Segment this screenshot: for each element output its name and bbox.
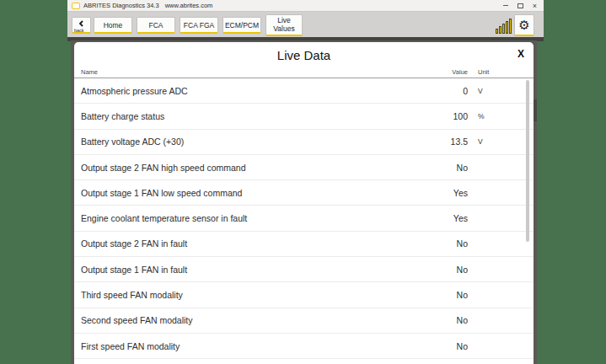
row-name: Third speed FAN modality	[74, 290, 416, 300]
close-icon[interactable]: ×	[533, 3, 537, 9]
panel-scrollbar-thumb[interactable]	[526, 80, 529, 242]
row-name: Output stage 1 FAN low speed command	[74, 188, 416, 198]
row-value: 0	[416, 86, 468, 96]
chevron-left-icon	[78, 20, 84, 29]
row-name: Output stage 2 FAN in fault	[74, 238, 416, 249]
row-name: Output stage 2 FAN high speed command	[74, 163, 416, 173]
back-button-label: back	[74, 29, 84, 32]
app-logo-icon	[72, 3, 80, 9]
table-header: Name Value Unit	[74, 66, 534, 78]
toolbar-button-live-values[interactable]: Live Values	[265, 14, 303, 36]
settings-button[interactable]: ⚙	[514, 14, 534, 36]
row-value: Yes	[416, 188, 468, 198]
window-title-url: www.abrites.com	[165, 2, 213, 9]
row-name: Battery charge status	[74, 111, 416, 121]
table-row: Third speed FAN modality No	[74, 282, 534, 308]
panel-close-button[interactable]: X	[518, 48, 524, 60]
row-name: Battery voltage ADC (+30)	[74, 136, 416, 147]
row-value: No	[416, 341, 468, 351]
row-value: No	[416, 163, 468, 173]
row-unit: V	[468, 137, 534, 146]
row-value: 13.5	[416, 136, 468, 147]
column-header-unit: Unit	[468, 68, 534, 76]
table-row: Output stage 1 FAN in fault No	[74, 257, 534, 282]
row-name: First speed FAN modality	[74, 341, 416, 351]
app-window: ABRITES Diagnostics 34.3 www.abrites.com…	[67, 0, 544, 37]
row-unit: %	[468, 112, 534, 120]
minimize-icon[interactable]	[503, 5, 508, 6]
toolbar: back Home FCA FCA FGA ECM/PCM Live Value…	[67, 12, 544, 37]
back-button[interactable]: back	[72, 17, 91, 34]
rows-container: Atmospheric pressure ADC 0 V Battery cha…	[74, 78, 534, 364]
row-value: Yes	[416, 213, 468, 223]
table-row: Battery charge status 100 %	[74, 104, 534, 129]
toolbar-button-ecm-pcm[interactable]: ECM/PCM	[223, 17, 261, 34]
toolbar-button-fca[interactable]: FCA	[137, 17, 175, 34]
column-header-name: Name	[74, 68, 416, 76]
row-name: Engine coolant temperature sensor in fau…	[74, 213, 416, 223]
window-controls: ×	[503, 3, 537, 9]
panel-title: Live Data	[74, 42, 534, 62]
signal-strength-icon	[496, 19, 512, 34]
row-name: Second speed FAN modality	[74, 315, 416, 325]
toolbar-button-fca-fga[interactable]: FCA FGA	[180, 17, 218, 34]
titlebar: ABRITES Diagnostics 34.3 www.abrites.com…	[67, 0, 544, 12]
toolbar-button-home[interactable]: Home	[94, 17, 132, 34]
row-value: No	[416, 290, 468, 300]
row-name: Output stage 1 FAN in fault	[74, 265, 416, 275]
gear-icon: ⚙	[518, 19, 529, 31]
table-row: Engine coolant temperature sensor in fau…	[74, 206, 534, 231]
table-row: Output stage 1 FAN low speed command Yes	[74, 180, 534, 206]
row-value: No	[416, 315, 468, 325]
table-row: Second speed FAN modality No	[74, 308, 534, 334]
row-value: 100	[416, 111, 468, 121]
table-row: Output stage 2 FAN in fault No	[74, 232, 534, 257]
table-row: First speed FAN modality No	[74, 334, 534, 359]
column-header-value: Value	[416, 68, 468, 76]
table-row: Output stage 2 FAN high speed command No	[74, 155, 534, 180]
live-data-panel: Live Data X Name Value Unit Atmospheric …	[74, 42, 534, 364]
row-unit: V	[468, 87, 534, 95]
row-name: Atmospheric pressure ADC	[74, 86, 416, 96]
row-value: No	[416, 238, 468, 249]
maximize-icon[interactable]	[518, 3, 523, 8]
table-row: Atmospheric pressure ADC 0 V	[74, 78, 534, 104]
table-row: Battery voltage ADC (+30) 13.5 V	[74, 130, 534, 155]
window-title: ABRITES Diagnostics 34.3	[83, 2, 159, 9]
row-value: No	[416, 265, 468, 275]
outer-scrollbar-thumb[interactable]	[534, 99, 537, 121]
